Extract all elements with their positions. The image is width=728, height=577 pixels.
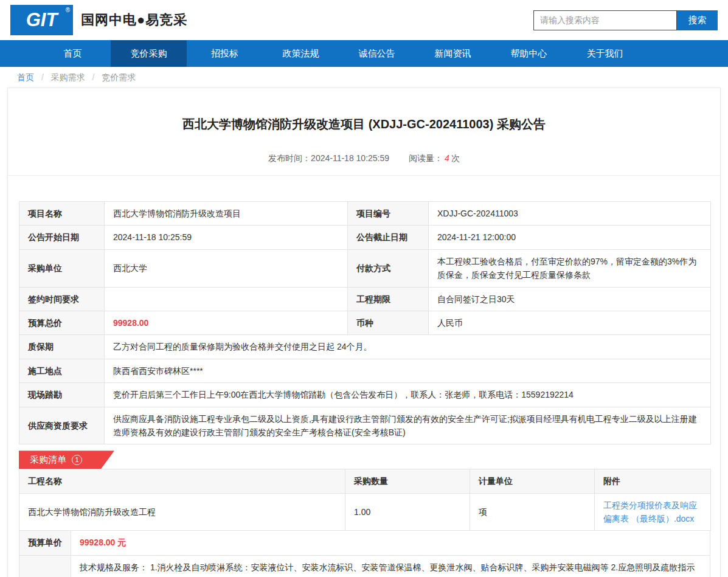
site-survey-value: 竞价开启后第三个工作日上午9:00在西北大学博物馆踏勘（包含公告发布日），联系人…: [105, 383, 711, 407]
purchaser-label: 采购单位: [19, 249, 105, 287]
breadcrumb-separator: /: [92, 72, 95, 82]
table-row: 供应商资质要求 供应商应具备消防设施工程专业承包二级及以上资质,具有建设行政主管…: [19, 407, 711, 444]
logo-text: GIT: [26, 9, 58, 31]
warranty-label: 质保期: [19, 335, 105, 359]
purchase-list-count-badge: 1: [72, 455, 82, 465]
table-row: 西北大学博物馆消防升级改造工程 1.00 项 工程类分项报价表及响应偏离表 （最…: [19, 493, 711, 531]
start-date-value: 2024-11-18 10:25:59: [105, 226, 348, 249]
site-survey-label: 现场踏勘: [19, 383, 105, 407]
qualification-label: 供应商资质要求: [19, 407, 105, 444]
nav-item-tenders[interactable]: 招投标: [187, 40, 263, 67]
construction-site-label: 施工地点: [19, 359, 105, 382]
duration-label: 工程期限: [348, 287, 429, 311]
item-quantity: 1.00: [345, 493, 470, 531]
breadcrumb-purchase-demand-link[interactable]: 采购需求: [51, 72, 85, 82]
currency-value: 人民币: [429, 311, 711, 334]
work-content-label: 工程内容: [19, 556, 71, 577]
views-unit: 次: [451, 153, 460, 163]
col-header-project-name: 工程名称: [19, 469, 345, 493]
views-count: 4: [445, 153, 449, 163]
item-name: 西北大学博物馆消防升级改造工程: [19, 493, 345, 531]
end-date-label: 公告截止日期: [348, 226, 429, 249]
site-logo[interactable]: GIT ®: [10, 5, 73, 35]
purchase-list-badge: 采购清单 1: [19, 451, 114, 469]
breadcrumb-separator: /: [41, 72, 44, 82]
table-header-row: 工程名称 采购数量 计量单位 附件: [19, 469, 711, 493]
budget-total-value: 99928.00: [105, 311, 348, 334]
table-row: 预算总价 99928.00 币种 人民币: [19, 311, 711, 334]
project-name-value: 西北大学博物馆消防升级改造项目: [105, 202, 348, 226]
breadcrumb: 首页 / 采购需求 / 竞价需求: [0, 67, 728, 88]
purchaser-value: 西北大学: [105, 249, 348, 287]
col-header-unit: 计量单位: [470, 469, 595, 493]
nav-item-credit-notices[interactable]: 诚信公告: [339, 40, 415, 67]
qualification-value: 供应商应具备消防设施工程专业承包二级及以上资质,具有建设行政主管部门颁发的有效的…: [105, 407, 711, 444]
views-label: 阅读量：: [409, 153, 443, 163]
construction-site-value: 陕西省西安市碑林区****: [105, 359, 711, 382]
payment-value: 本工程竣工验收合格后，付至审定价款的97%，留审定金额的3%作为质保金，质保金支…: [429, 249, 711, 287]
nav-item-help-center[interactable]: 帮助中心: [491, 40, 567, 67]
item-unit: 项: [470, 493, 595, 531]
main-nav: 首页 竞价采购 招投标 政策法规 诚信公告 新闻资讯 帮助中心 关于我们: [0, 40, 728, 67]
nav-item-bidding-purchase[interactable]: 竞价采购: [111, 40, 187, 67]
purchase-list-badge-label: 采购清单: [30, 454, 66, 466]
duration-value: 自合同签订之日30天: [429, 287, 711, 311]
publish-time-label: 发布时间：: [268, 153, 311, 163]
nav-item-policies[interactable]: 政策法规: [263, 40, 339, 67]
sign-time-label: 签约时间要求: [19, 287, 105, 311]
breadcrumb-home-link[interactable]: 首页: [17, 72, 34, 82]
project-name-label: 项目名称: [19, 202, 105, 226]
purchase-items-table: 工程名称 采购数量 计量单位 附件 西北大学博物馆消防升级改造工程 1.00 项…: [19, 469, 711, 531]
page-title: 西北大学博物馆消防升级改造项目 (XDJJ-GC-202411003) 采购公告: [26, 116, 702, 133]
announcement-card: 西北大学博物馆消防升级改造项目 (XDJJ-GC-202411003) 采购公告…: [7, 88, 721, 577]
sign-time-value: [105, 287, 348, 311]
nav-item-news[interactable]: 新闻资讯: [415, 40, 491, 67]
nav-item-home[interactable]: 首页: [35, 40, 111, 67]
table-row: 项目名称 西北大学博物馆消防升级改造项目 项目编号 XDJJ-GC-202411…: [19, 202, 711, 226]
end-date-value: 2024-11-21 12:00:00: [429, 226, 711, 249]
publish-time-value: 2024-11-18 10:25:59: [311, 153, 389, 163]
table-row: 现场踏勘 竞价开启后第三个工作日上午9:00在西北大学博物馆踏勘（包含公告发布日…: [19, 383, 711, 407]
table-row: 施工地点 陕西省西安市碑林区****: [19, 359, 711, 382]
site-title: 国网中电●易竞采: [81, 11, 187, 29]
start-date-label: 公告开始日期: [19, 226, 105, 249]
breadcrumb-current: 竞价需求: [102, 72, 136, 82]
table-row: 质保期 乙方对合同工程的质量保修期为验收合格并交付使用之日起 24个月。: [19, 335, 711, 359]
table-row: 采购单位 西北大学 付款方式 本工程竣工验收合格后，付至审定价款的97%，留审定…: [19, 249, 711, 287]
registered-mark-icon: ®: [66, 7, 70, 13]
unit-price-value: 99928.00 元: [71, 531, 710, 556]
table-row: 签约时间要求 工程期限 自合同签订之日30天: [19, 287, 711, 311]
col-header-attachment: 附件: [595, 469, 711, 493]
budget-total-label: 预算总价: [19, 311, 105, 334]
work-content-value: 技术规格及服务： 1.消火栓及自动喷淋系统：安装液位计、安装水流标识、安装管道保…: [71, 556, 710, 577]
search-button[interactable]: 搜索: [677, 10, 718, 30]
payment-label: 付款方式: [348, 249, 429, 287]
warranty-value: 乙方对合同工程的质量保修期为验收合格并交付使用之日起 24个月。: [105, 335, 711, 359]
table-row: 工程内容 技术规格及服务： 1.消火栓及自动喷淋系统：安装液位计、安装水流标识、…: [19, 556, 710, 577]
nav-item-about-us[interactable]: 关于我们: [567, 40, 643, 67]
unit-price-label: 预算单价: [19, 531, 71, 556]
col-header-quantity: 采购数量: [345, 469, 470, 493]
search-input[interactable]: [533, 10, 677, 30]
currency-label: 币种: [348, 311, 429, 334]
announcement-meta: 发布时间：2024-11-18 10:25:59阅读量：4次: [8, 153, 720, 176]
table-row: 预算单价 99928.00 元: [19, 531, 710, 556]
top-header: GIT ® 国网中电●易竞采 搜索: [0, 0, 728, 40]
purchase-extra-table: 预算单价 99928.00 元 工程内容 技术规格及服务： 1.消火栓及自动喷淋…: [19, 530, 710, 577]
project-code-value: XDJJ-GC-202411003: [429, 202, 711, 226]
project-code-label: 项目编号: [348, 202, 429, 226]
table-row: 公告开始日期 2024-11-18 10:25:59 公告截止日期 2024-1…: [19, 226, 711, 249]
search-bar: 搜索: [533, 10, 718, 30]
attachment-link[interactable]: 工程类分项报价表及响应偏离表 （最终版）.docx: [603, 500, 697, 523]
project-details-table: 项目名称 西北大学博物馆消防升级改造项目 项目编号 XDJJ-GC-202411…: [19, 201, 711, 444]
